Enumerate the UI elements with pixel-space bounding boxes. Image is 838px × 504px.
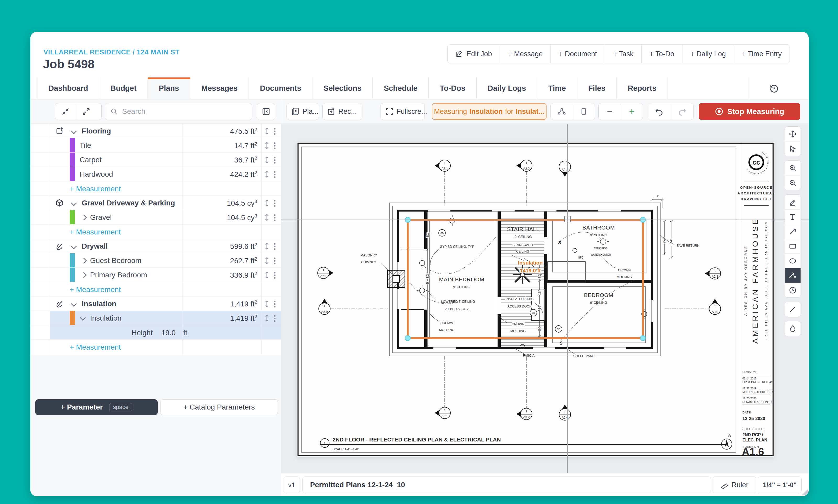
chevron-down-icon[interactable] — [71, 128, 77, 134]
row-height-icon[interactable] — [263, 142, 270, 149]
tree-group-drywall[interactable]: Drywall 599.6 ft2 — [30, 239, 281, 253]
history-icon[interactable] — [769, 77, 779, 100]
chevron-right-icon[interactable] — [81, 215, 87, 221]
add-parameter-button[interactable]: + Parameter space — [35, 399, 158, 415]
row-height-icon[interactable] — [263, 156, 270, 164]
vector-pen-icon[interactable] — [55, 242, 64, 251]
line-tool[interactable] — [785, 302, 801, 317]
row-menu-icon[interactable] — [274, 142, 276, 144]
row-height-icon[interactable] — [263, 199, 270, 207]
arrow-tool[interactable] — [785, 224, 801, 239]
scale-badge[interactable]: 1/4" = 1'-0" — [758, 476, 802, 493]
tree-item-carpet[interactable]: Carpet 36.7 ft2 — [30, 152, 281, 167]
chevron-right-icon[interactable] — [81, 258, 87, 264]
polygon-tool[interactable] — [785, 321, 801, 336]
row-height-icon[interactable] — [263, 127, 270, 135]
row-menu-icon[interactable] — [274, 272, 276, 273]
tab-files[interactable]: Files — [577, 77, 617, 99]
add-todo-button[interactable]: + To-Do — [641, 45, 682, 63]
vector-pen-icon[interactable] — [55, 299, 64, 308]
row-height-icon[interactable] — [263, 242, 270, 250]
expand-all-button[interactable] — [76, 103, 97, 120]
add-measurement-row[interactable]: + Measurement — [30, 181, 281, 196]
zoom-out-tool[interactable] — [785, 175, 801, 190]
panel-toggle-button[interactable] — [257, 103, 275, 120]
tab-schedule[interactable]: Schedule — [373, 77, 429, 99]
add-message-button[interactable]: + Message — [500, 45, 551, 63]
add-measurement-row[interactable]: + Measurement — [30, 224, 281, 239]
version-badge[interactable]: v1 — [284, 476, 300, 493]
rectangle-tool-button[interactable] — [573, 103, 595, 120]
tab-time[interactable]: Time — [537, 77, 577, 99]
tab-todos[interactable]: To-Dos — [429, 77, 477, 99]
chevron-right-icon[interactable] — [81, 272, 87, 278]
tab-dashboard[interactable]: Dashboard — [37, 77, 99, 99]
chevron-down-icon[interactable] — [71, 301, 77, 307]
add-daily-log-button[interactable]: + Daily Log — [682, 45, 734, 63]
zoom-out-button[interactable]: − — [599, 103, 621, 120]
tree-group-insulation[interactable]: Insulation 1,419 ft2 — [30, 296, 281, 311]
row-height-icon[interactable] — [263, 271, 270, 279]
tab-documents[interactable]: Documents — [249, 77, 312, 99]
row-menu-icon[interactable] — [274, 200, 276, 201]
chevron-down-icon[interactable] — [71, 244, 77, 249]
tab-selections[interactable]: Selections — [312, 77, 373, 99]
row-height-icon[interactable] — [263, 214, 270, 221]
stop-measuring-button[interactable]: Stop Measuring — [699, 103, 800, 120]
add-task-button[interactable]: + Task — [605, 45, 641, 63]
cube-icon[interactable] — [55, 199, 64, 208]
row-menu-icon[interactable] — [274, 301, 276, 302]
row-menu-icon[interactable] — [274, 171, 276, 173]
catalog-parameters-button[interactable]: + Catalog Parameters — [160, 399, 278, 415]
plan-canvas[interactable]: SD SD SD S S S EQ 5' — [281, 124, 809, 473]
fullscreen-button[interactable]: Fullscre... — [381, 103, 425, 120]
polyline-tool[interactable] — [785, 268, 801, 283]
row-menu-icon[interactable] — [274, 243, 276, 245]
undo-button[interactable] — [648, 103, 671, 120]
plans-pages-button[interactable]: Pla... — [286, 103, 319, 120]
export-icon[interactable] — [55, 127, 64, 136]
text-tool[interactable] — [785, 209, 801, 224]
tab-plans[interactable]: Plans — [148, 77, 190, 99]
tab-messages[interactable]: Messages — [190, 77, 249, 99]
zoom-in-button[interactable]: + — [621, 103, 643, 120]
search-input[interactable] — [122, 107, 247, 116]
tree-group-flooring[interactable]: Flooring 475.5 ft2 — [30, 124, 281, 138]
row-menu-icon[interactable] — [274, 214, 276, 216]
tree-item-tile[interactable]: Tile 14.7 ft2 — [30, 138, 281, 152]
row-height-icon[interactable] — [263, 257, 270, 265]
row-height-icon[interactable] — [263, 170, 270, 178]
row-menu-icon[interactable] — [274, 157, 276, 158]
add-measurement-row[interactable]: + Measurement — [30, 340, 281, 354]
redo-button[interactable] — [671, 103, 694, 120]
add-time-entry-button[interactable]: + Time Entry — [734, 45, 789, 63]
breadcrumb[interactable]: VILLARREAL RESIDENCE / 124 MAIN ST — [43, 48, 179, 56]
add-document-button[interactable]: + Document — [551, 45, 605, 63]
draw-tool[interactable] — [785, 195, 801, 209]
row-height-icon[interactable] — [263, 300, 270, 308]
chevron-down-icon[interactable] — [71, 200, 77, 206]
tree-group-gravel-driveway[interactable]: Gravel Driveway & Parking 104.5 cy3 — [30, 196, 281, 210]
zoom-in-tool[interactable] — [785, 161, 801, 175]
tab-daily-logs[interactable]: Daily Logs — [477, 77, 537, 99]
polyline-tool-button[interactable] — [551, 103, 573, 120]
tree-item-primary-bedroom[interactable]: Primary Bedroom 336.9 ft2 — [30, 268, 281, 282]
row-height-icon[interactable] — [263, 314, 270, 322]
ruler-button[interactable]: Ruler — [713, 476, 756, 493]
row-menu-icon[interactable] — [274, 257, 276, 259]
tab-budget[interactable]: Budget — [99, 77, 148, 99]
tree-item-insulation-selected[interactable]: Insulation 1,419 ft2 — [30, 311, 281, 325]
tree-item-guest-bedroom[interactable]: Guest Bedroom 262.7 ft2 — [30, 253, 281, 268]
resize-grip[interactable] — [802, 489, 808, 495]
chevron-down-icon[interactable] — [80, 315, 86, 321]
tree-item-hardwood[interactable]: Hardwood 424.2 ft2 — [30, 167, 281, 181]
rectangle-tool[interactable] — [785, 239, 801, 253]
history-tool[interactable] — [785, 283, 801, 297]
tab-reports[interactable]: Reports — [617, 77, 668, 99]
select-tool[interactable] — [785, 141, 801, 156]
row-menu-icon[interactable] — [274, 315, 276, 317]
edit-job-button[interactable]: Edit Job — [448, 45, 500, 63]
parameter-row-height[interactable]: Height 19.0 ft — [30, 325, 281, 340]
collapse-all-button[interactable] — [55, 103, 76, 120]
move-tool[interactable] — [785, 127, 801, 141]
